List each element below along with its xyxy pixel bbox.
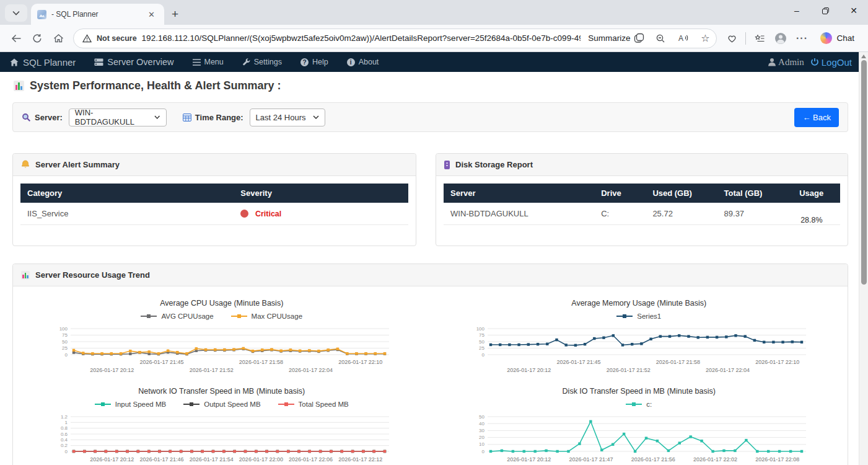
summarize-button[interactable]: Summarize	[585, 33, 647, 43]
power-icon	[810, 58, 819, 66]
alert-panel-title: Server Alert Summary	[35, 160, 120, 169]
table-row[interactable]: WIN-BDTDAGUKULL C: 25.72 89.37 28.8%	[444, 203, 840, 225]
read-aloud-button[interactable]: A	[674, 30, 691, 47]
page-scrollbar[interactable]	[859, 52, 868, 465]
favorites-bar-button[interactable]	[750, 29, 769, 48]
chat-button[interactable]: Chat	[813, 29, 862, 48]
minimize-button[interactable]: –	[783, 0, 811, 21]
chart-plot: 00.20.40.60.811.22026-01-17 20:122026-01…	[48, 413, 395, 465]
nav-item-help[interactable]: ? Help	[300, 58, 328, 66]
svg-text:2026-01-17 22:12: 2026-01-17 22:12	[338, 456, 382, 463]
scrollbar-thumb[interactable]	[861, 60, 867, 285]
alert-col-severity: Severity	[234, 184, 408, 203]
page-content: System Performance, Health & Alert Summa…	[0, 79, 868, 465]
chart-bars-icon	[14, 81, 24, 91]
page-title: System Performance, Health & Alert Summa…	[14, 79, 848, 92]
svg-text:1: 1	[64, 420, 68, 425]
info-icon: i	[347, 58, 355, 66]
svg-text:2026-01-17 20:12: 2026-01-17 20:12	[507, 456, 551, 463]
favorites-list-icon	[755, 33, 765, 43]
svg-text:30: 30	[479, 428, 484, 433]
page-viewport: SQL Planner Server Overview Menu Setting…	[0, 52, 868, 465]
back-button[interactable]	[6, 29, 26, 48]
critical-dot-icon	[240, 210, 248, 218]
user-icon	[768, 58, 776, 66]
svg-text:75: 75	[62, 332, 68, 338]
more-menu-button[interactable]: ···	[792, 29, 812, 48]
bell-icon	[21, 160, 30, 169]
trend-panel-title: Server Resource Usage Trend	[35, 270, 150, 280]
nav-item-label: About	[359, 58, 379, 66]
admin-user-menu[interactable]: Admin	[768, 57, 804, 68]
help-icon: ?	[300, 58, 309, 66]
chart-plot: 02550751002026-01-17 20:122026-01-17 21:…	[48, 325, 395, 378]
favorite-star-button[interactable]: ☆	[696, 30, 714, 47]
tab-search-button[interactable]	[5, 4, 27, 22]
not-secure-warning-icon	[82, 34, 92, 43]
nav-item-label: Server Overview	[107, 57, 173, 67]
logout-button[interactable]: LogOut	[810, 57, 852, 68]
severity-badge: Critical	[255, 210, 281, 218]
browser-essentials-button[interactable]	[722, 29, 742, 48]
back-button-page[interactable]: ← Back	[794, 108, 839, 127]
browser-essentials-icon	[727, 33, 737, 43]
address-bar[interactable]: Not secure 192.168.112.10/SQLPlanner/(S(…	[73, 29, 717, 48]
close-button[interactable]: ✕	[840, 0, 868, 21]
svg-text:A: A	[678, 34, 683, 43]
time-range-select[interactable]: Last 24 Hours	[250, 108, 325, 126]
svg-text:0: 0	[482, 449, 485, 454]
svg-text:40: 40	[479, 421, 484, 427]
svg-text:50: 50	[62, 339, 68, 345]
svg-text:2026-01-17 21:58: 2026-01-17 21:58	[656, 359, 700, 365]
svg-text:2026-01-17 22:02: 2026-01-17 22:02	[693, 456, 737, 463]
security-label[interactable]: Not secure	[97, 34, 137, 43]
copilot-icon	[634, 33, 644, 43]
maximize-button[interactable]	[811, 0, 840, 21]
svg-text:0.6: 0.6	[61, 432, 68, 437]
nav-right-group: Admin LogOut	[768, 57, 858, 68]
filter-bar: Server: WIN-BDTDAGUKULL Time Range: Last…	[12, 102, 848, 132]
nav-item-label: Settings	[254, 58, 282, 66]
browser-tab[interactable]: - SQL Planner ✕	[31, 4, 164, 25]
legend-item: c:	[626, 401, 652, 408]
profile-avatar[interactable]	[771, 29, 791, 48]
server-select[interactable]: WIN-BDTDAGUKULL	[69, 108, 167, 126]
svg-text:2026-01-17 20:12: 2026-01-17 20:12	[90, 367, 134, 373]
copilot-chat-icon	[820, 32, 832, 44]
nav-item-about[interactable]: i About	[347, 58, 379, 66]
alert-col-category: Category	[20, 184, 234, 203]
svg-text:50: 50	[479, 414, 484, 420]
network-io-chart: Network IO Transfer Speed in MB (Minute …	[13, 378, 431, 465]
home-icon	[10, 58, 19, 66]
refresh-icon	[32, 33, 42, 43]
nav-brand-label: SQL Planner	[23, 57, 76, 68]
svg-text:2026-01-17 22:04: 2026-01-17 22:04	[289, 367, 333, 373]
time-range-value: Last 24 Hours	[256, 113, 306, 122]
chat-label: Chat	[836, 33, 854, 43]
table-row[interactable]: IIS_Service Critical	[20, 203, 408, 225]
refresh-button[interactable]	[27, 29, 47, 48]
svg-text:2026-01-17 21:46: 2026-01-17 21:46	[139, 456, 183, 463]
disk-col-usage: Usage	[792, 184, 840, 203]
tab-strip: - SQL Planner ✕ + – ✕	[0, 0, 868, 25]
resource-usage-trend-panel: Server Resource Usage Trend Average CPU …	[12, 264, 848, 465]
disk-col-server: Server	[444, 184, 594, 203]
nav-item-menu[interactable]: Menu	[193, 58, 224, 66]
browser-toolbar: Not secure 192.168.112.10/SQLPlanner/(S(…	[0, 25, 868, 52]
scrollbar-up-arrow-icon[interactable]	[861, 55, 866, 58]
chart-svg: 010203040502026-01-17 20:122026-01-17 21…	[465, 413, 812, 464]
home-button[interactable]	[48, 29, 68, 48]
svg-text:2026-01-17 22:06: 2026-01-17 22:06	[289, 456, 333, 463]
chart-title: Average Memory Usage (Minute Basis)	[571, 299, 706, 308]
svg-text:2026-01-17 22:04: 2026-01-17 22:04	[706, 367, 750, 373]
nav-item-server-overview[interactable]: Server Overview	[94, 57, 173, 67]
url-text[interactable]: 192.168.112.10/SQLPlanner/(S(xoj5wpbwzt5…	[142, 33, 581, 43]
disk-panel-header: Disk Storage Report	[436, 154, 848, 176]
legend-item: Max CPUUsage	[231, 312, 302, 320]
nav-brand[interactable]: SQL Planner	[10, 57, 76, 68]
new-tab-button[interactable]: +	[164, 7, 186, 25]
tab-close-icon[interactable]: ✕	[145, 9, 158, 20]
zoom-out-button[interactable]	[652, 30, 669, 47]
nav-item-settings[interactable]: Settings	[242, 58, 282, 66]
logout-label: LogOut	[822, 57, 852, 68]
